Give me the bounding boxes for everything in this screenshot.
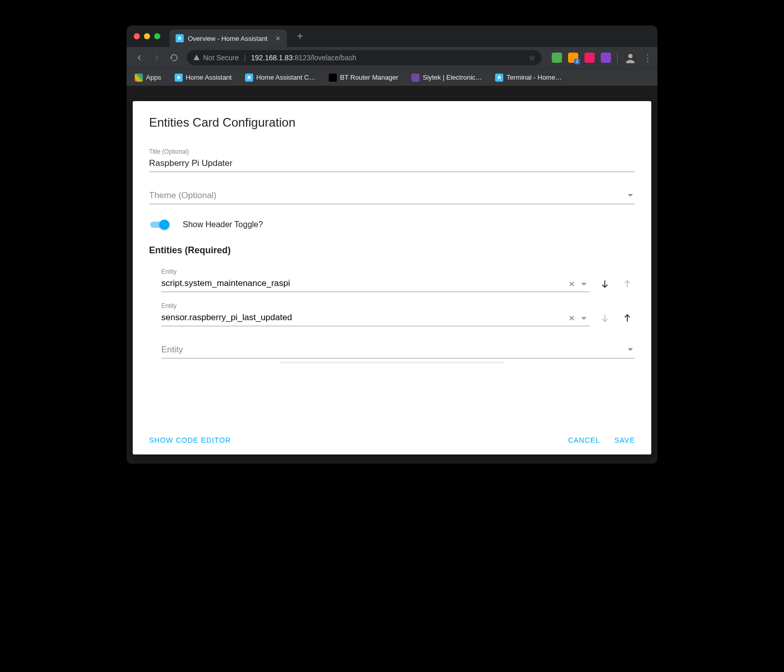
entity-field: Entity bbox=[161, 268, 590, 292]
theme-placeholder: Theme (Optional) bbox=[149, 190, 216, 200]
bookmark-label: Home Assistant bbox=[186, 74, 232, 81]
move-down-button[interactable] bbox=[597, 279, 612, 292]
maximize-window-button[interactable] bbox=[154, 33, 160, 39]
title-input[interactable] bbox=[149, 156, 635, 172]
entity-label: Entity bbox=[161, 268, 590, 275]
browser-toolbar: Not Secure | 192.168.1.83:8123/lovelace/… bbox=[127, 47, 657, 68]
bookmark-bt-router[interactable]: BT Router Manager bbox=[326, 72, 401, 83]
tab-favicon bbox=[176, 34, 184, 42]
cancel-button[interactable]: Cancel bbox=[568, 436, 600, 444]
bookmark-siytek[interactable]: Siytek | Electronic… bbox=[408, 72, 485, 83]
ha-icon bbox=[175, 74, 183, 82]
bookmark-label: Siytek | Electronic… bbox=[423, 74, 482, 81]
entities-header: Entities (Required) bbox=[149, 245, 635, 256]
entity-clear-icon[interactable] bbox=[566, 280, 578, 288]
bookmark-label: BT Router Manager bbox=[340, 74, 398, 81]
entity-label: Entity bbox=[161, 302, 590, 309]
window-controls bbox=[134, 33, 160, 39]
extension-icons: 2 ⋮ bbox=[547, 51, 652, 64]
omni-url: 192.168.1.83:8123/lovelace/bash bbox=[251, 54, 356, 62]
switch-thumb bbox=[159, 220, 169, 230]
bt-icon bbox=[329, 74, 337, 82]
bookmark-terminal[interactable]: Terminal - Home… bbox=[492, 72, 565, 83]
add-entity-select[interactable]: Entity bbox=[161, 342, 635, 358]
omni-host: 192.168.1.83 bbox=[251, 54, 293, 62]
tab-close-icon[interactable]: ✕ bbox=[275, 35, 281, 42]
entity-dropdown-icon[interactable] bbox=[578, 314, 590, 322]
nav-reload-button[interactable] bbox=[166, 50, 182, 65]
browser-window: Overview - Home Assistant ✕ + Not Secure… bbox=[127, 26, 657, 464]
entity-clear-icon[interactable] bbox=[566, 314, 578, 322]
dropdown-caret-icon bbox=[628, 190, 633, 201]
move-up-button[interactable] bbox=[620, 313, 635, 326]
tab-strip: Overview - Home Assistant ✕ + bbox=[127, 26, 657, 47]
new-tab-button[interactable]: + bbox=[291, 31, 309, 42]
entity-input[interactable] bbox=[161, 310, 566, 326]
entity-input[interactable] bbox=[161, 276, 566, 292]
show-code-editor-button[interactable]: Show Code Editor bbox=[149, 436, 231, 444]
entity-row: Entity bbox=[149, 302, 635, 326]
siytek-icon bbox=[411, 74, 420, 82]
svg-point-1 bbox=[628, 54, 633, 58]
entity-placeholder: Entity bbox=[161, 345, 183, 354]
bookmarks-bar: Apps Home Assistant Home Assistant C… BT… bbox=[127, 68, 657, 86]
title-label: Title (Optional) bbox=[149, 148, 635, 155]
bookmark-home-assistant[interactable]: Home Assistant bbox=[172, 72, 235, 83]
close-window-button[interactable] bbox=[134, 33, 140, 39]
omni-path: :8123/lovelace/bash bbox=[292, 54, 356, 62]
profile-avatar[interactable] bbox=[624, 51, 637, 64]
browser-tab[interactable]: Overview - Home Assistant ✕ bbox=[169, 30, 287, 47]
security-indicator[interactable]: Not Secure bbox=[193, 54, 239, 62]
bookmark-star-icon[interactable]: ☆ bbox=[529, 54, 535, 62]
card-config-dialog: Entities Card Configuration Title (Optio… bbox=[133, 101, 651, 454]
nav-forward-button[interactable] bbox=[149, 50, 164, 65]
tab-title: Overview - Home Assistant bbox=[188, 35, 267, 42]
theme-field: Theme (Optional) bbox=[149, 187, 635, 204]
apps-icon bbox=[135, 74, 143, 82]
move-down-button bbox=[597, 313, 612, 326]
rss-badge: 2 bbox=[574, 59, 580, 64]
header-toggle-switch[interactable] bbox=[149, 220, 169, 230]
bookmark-label: Apps bbox=[146, 74, 161, 81]
theme-select[interactable]: Theme (Optional) bbox=[149, 187, 635, 204]
rss-extension-icon[interactable]: 2 bbox=[568, 53, 578, 63]
security-label: Not Secure bbox=[203, 54, 239, 62]
extension-icon[interactable] bbox=[552, 53, 562, 63]
dropdown-caret-icon bbox=[628, 345, 633, 355]
ha-icon bbox=[495, 74, 503, 82]
extension-icon-3[interactable] bbox=[601, 53, 611, 63]
title-field: Title (Optional) bbox=[149, 148, 635, 172]
bookmark-apps[interactable]: Apps bbox=[132, 72, 164, 83]
entity-row: Entity bbox=[149, 268, 635, 292]
extension-separator bbox=[617, 53, 618, 63]
add-entity-row: Entity bbox=[149, 342, 635, 358]
dialog-title: Entities Card Configuration bbox=[149, 115, 635, 130]
entity-dropdown-icon[interactable] bbox=[578, 280, 590, 288]
bookmark-label: Terminal - Home… bbox=[506, 74, 561, 81]
minimize-window-button[interactable] bbox=[144, 33, 150, 39]
toggle-label: Show Header Toggle? bbox=[183, 220, 263, 229]
omnibox[interactable]: Not Secure | 192.168.1.83:8123/lovelace/… bbox=[187, 50, 542, 65]
move-up-button bbox=[620, 279, 635, 292]
page-content: Entities Card Configuration Title (Optio… bbox=[127, 86, 657, 464]
header-toggle-row: Show Header Toggle? bbox=[149, 220, 635, 230]
save-button[interactable]: Save bbox=[615, 436, 635, 444]
scroll-hint bbox=[280, 362, 504, 364]
extension-icon-2[interactable] bbox=[584, 53, 595, 63]
bookmark-label: Home Assistant C… bbox=[256, 74, 315, 81]
omni-divider: | bbox=[244, 54, 246, 62]
entity-field: Entity bbox=[161, 302, 590, 326]
nav-back-button[interactable] bbox=[132, 50, 147, 65]
dialog-footer: Show Code Editor Cancel Save bbox=[149, 426, 635, 444]
browser-menu-icon[interactable]: ⋮ bbox=[643, 52, 652, 63]
ha-icon bbox=[245, 74, 253, 82]
bookmark-ha-community[interactable]: Home Assistant C… bbox=[242, 72, 318, 83]
